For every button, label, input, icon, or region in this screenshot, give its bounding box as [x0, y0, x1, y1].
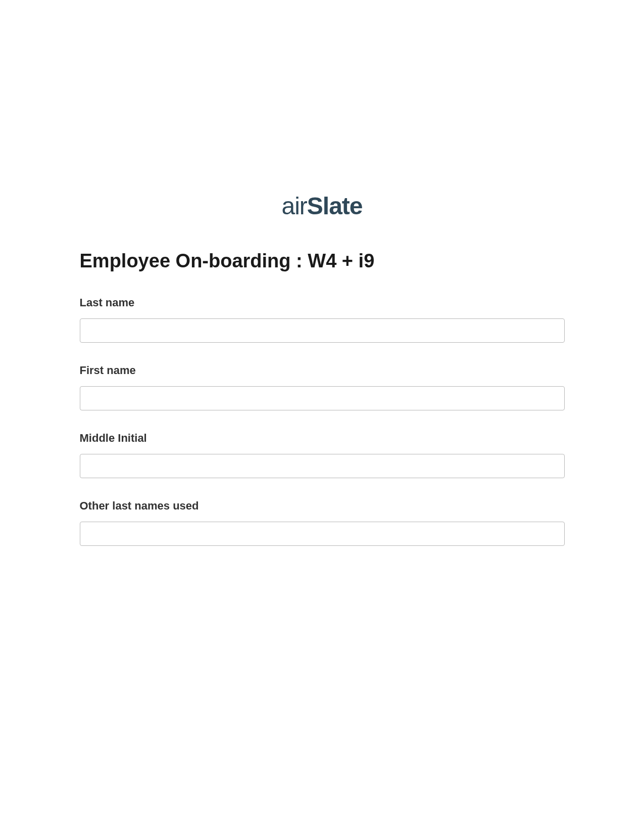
- label-last-name: Last name: [80, 296, 565, 309]
- input-first-name[interactable]: [80, 386, 565, 410]
- form-title: Employee On-boarding : W4 + i9: [80, 250, 565, 272]
- airslate-logo: airSlate: [281, 192, 362, 220]
- form-container: airSlate Employee On-boarding : W4 + i9 …: [80, 0, 565, 546]
- input-last-name[interactable]: [80, 318, 565, 343]
- form-field-other-last-names: Other last names used: [80, 499, 565, 546]
- input-other-last-names[interactable]: [80, 522, 565, 546]
- form-field-first-name: First name: [80, 364, 565, 410]
- logo-part-air: air: [281, 193, 307, 219]
- logo-part-slate: Slate: [307, 193, 363, 219]
- form-field-last-name: Last name: [80, 296, 565, 343]
- form-field-middle-initial: Middle Initial: [80, 432, 565, 478]
- label-other-last-names: Other last names used: [80, 499, 565, 513]
- input-middle-initial[interactable]: [80, 454, 565, 478]
- logo-wrapper: airSlate: [80, 192, 565, 220]
- label-middle-initial: Middle Initial: [80, 432, 565, 445]
- label-first-name: First name: [80, 364, 565, 377]
